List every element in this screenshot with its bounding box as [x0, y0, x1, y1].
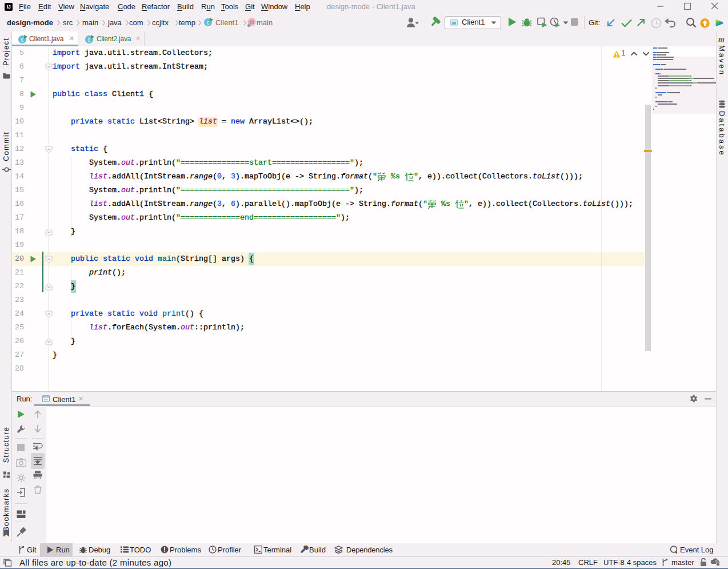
- svg-text:c: c: [88, 37, 91, 43]
- svg-text:c: c: [207, 19, 210, 26]
- svg-text:m: m: [250, 19, 254, 25]
- svg-text:c: c: [21, 37, 24, 43]
